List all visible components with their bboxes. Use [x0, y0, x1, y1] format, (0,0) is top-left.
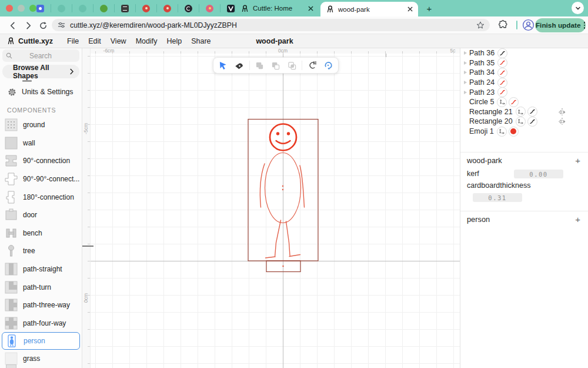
tab-wood-park[interactable]: wood-park — [320, 2, 418, 16]
minimize-window-button[interactable] — [18, 5, 25, 12]
layer-name[interactable]: Path 24 — [469, 78, 495, 87]
component-item-ground[interactable]: ground — [0, 116, 82, 134]
layer-row-rectangle-21[interactable]: Rectangle 21 — [460, 107, 588, 117]
pinned-tab-icon[interactable] — [163, 5, 171, 12]
mirror-modifier-icon[interactable] — [558, 108, 566, 116]
layer-name[interactable]: Circle 5 — [469, 98, 494, 106]
disclosure-triangle-icon[interactable] — [464, 81, 467, 84]
select-tool-button[interactable] — [217, 59, 230, 72]
reload-button[interactable] — [38, 20, 48, 31]
close-tab-icon[interactable] — [407, 6, 413, 12]
component-item-door[interactable]: door — [0, 206, 82, 224]
tab-search-chevron-button[interactable] — [572, 2, 584, 14]
document-title[interactable]: wood-park — [256, 37, 293, 45]
component-item-path-four-way[interactable]: path-four-way — [0, 314, 82, 333]
boolean-union-button[interactable] — [253, 59, 266, 72]
add-parameter-button[interactable]: + — [575, 156, 580, 165]
transform-button[interactable] — [516, 107, 526, 117]
layer-name[interactable]: Path 36 — [469, 49, 495, 57]
layer-name[interactable]: Path 35 — [469, 59, 495, 67]
pinned-tab-icon[interactable] — [100, 5, 108, 12]
fill-color-button[interactable] — [509, 127, 519, 137]
left-leg-path[interactable] — [266, 220, 281, 258]
param-label[interactable]: kerf — [467, 170, 479, 178]
body-ellipse-shape[interactable] — [265, 153, 301, 223]
close-tab-icon[interactable] — [308, 6, 313, 11]
pinned-tab-video-icon[interactable] — [227, 5, 235, 12]
layer-row-emoji-1[interactable]: Emoji 1 — [460, 127, 588, 137]
pinned-tab-icon[interactable] — [185, 5, 192, 12]
layer-row-path-35[interactable]: Path 35 — [460, 58, 588, 68]
layer-row-path-36[interactable]: Path 36 — [460, 48, 588, 58]
profile-avatar-button[interactable] — [522, 19, 534, 31]
component-item-path-three-way[interactable]: path-three-way — [0, 296, 82, 314]
forward-button[interactable] — [23, 20, 34, 31]
component-item-path-straight[interactable]: path-straight — [0, 260, 82, 279]
right-leg-path[interactable] — [286, 221, 300, 257]
mirror-modifier-icon[interactable] — [558, 117, 566, 125]
browse-all-shapes-button[interactable]: Browse All Shapes — [2, 65, 79, 78]
disclosure-triangle-icon[interactable] — [464, 91, 467, 94]
stroke-style-button[interactable] — [497, 48, 507, 58]
layer-row-path-23[interactable]: Path 23 — [460, 87, 588, 97]
pinned-tab-icon[interactable] — [206, 5, 213, 12]
rotate-copies-button[interactable] — [322, 59, 335, 72]
url-text[interactable]: cuttle.xyz/@keremdiren/wood-park-ML0DJyy… — [70, 21, 476, 29]
anchor-dot[interactable] — [282, 185, 284, 187]
anchor-dot[interactable] — [282, 266, 284, 267]
close-window-button[interactable] — [6, 5, 13, 12]
left-arm-path[interactable] — [260, 164, 265, 207]
cardboardthickness-value-input[interactable]: 0.31 — [473, 193, 522, 202]
smiley-mouth[interactable] — [276, 141, 290, 144]
pinned-tab-icon[interactable] — [58, 5, 65, 12]
boolean-intersect-button[interactable] — [286, 59, 299, 72]
layer-name[interactable]: Rectangle 20 — [469, 117, 513, 125]
person-drawing[interactable] — [91, 48, 460, 368]
component-item-180-connection[interactable]: 180°-connection — [0, 188, 82, 206]
menu-view[interactable]: View — [106, 37, 131, 45]
transform-button[interactable] — [497, 127, 507, 137]
stroke-style-button[interactable] — [497, 58, 507, 68]
bookmark-star-icon[interactable] — [476, 21, 485, 29]
component-item-90-connection[interactable]: 90°-connection — [0, 152, 82, 170]
disclosure-triangle-icon[interactable] — [464, 61, 467, 65]
kerf-value-input[interactable]: 0.00 — [514, 170, 563, 178]
stroke-style-button[interactable] — [497, 78, 507, 88]
pinned-tab-profile-icon[interactable] — [36, 5, 44, 12]
boolean-subtract-button[interactable] — [269, 59, 282, 72]
layer-row-rectangle-20[interactable]: Rectangle 20 — [460, 117, 588, 127]
finish-update-button[interactable]: Finish update — [535, 18, 586, 32]
component-title[interactable]: person — [467, 215, 490, 224]
extract-component-button[interactable] — [306, 59, 319, 72]
stroke-style-button[interactable] — [497, 87, 507, 97]
transform-button[interactable] — [516, 117, 526, 127]
layer-row-circle-5[interactable]: Circle 5 — [460, 97, 588, 107]
component-item-tree[interactable]: tree — [0, 242, 82, 260]
disclosure-triangle-icon[interactable] — [464, 71, 467, 74]
pen-tool-button[interactable] — [233, 59, 246, 72]
menu-help[interactable]: Help — [162, 37, 186, 45]
stroke-style-button[interactable] — [509, 97, 519, 107]
component-item-path-turn[interactable]: path-turn — [0, 278, 82, 296]
stroke-style-button[interactable] — [497, 68, 507, 78]
search-input[interactable]: Search — [2, 49, 79, 62]
pinned-tab-icon[interactable] — [79, 5, 86, 12]
stroke-style-button[interactable] — [527, 117, 537, 127]
new-tab-button[interactable]: + — [423, 2, 435, 14]
smiley-left-eye[interactable] — [276, 132, 279, 135]
smiley-right-eye[interactable] — [287, 132, 290, 135]
address-bar[interactable]: cuttle.xyz/@keremdiren/wood-park-ML0DJyy… — [52, 19, 490, 31]
component-item-wall[interactable]: wall — [0, 134, 82, 152]
layer-row-path-24[interactable]: Path 24 — [460, 78, 588, 88]
add-parameter-button[interactable]: + — [575, 215, 580, 224]
menu-edit[interactable]: Edit — [83, 37, 106, 45]
pinned-tab-icon[interactable] — [142, 5, 150, 12]
site-info-icon[interactable] — [58, 21, 65, 29]
tab-cuttle-home[interactable]: Cuttle: Home — [235, 0, 319, 16]
layer-name[interactable]: Emoji 1 — [469, 127, 494, 135]
design-canvas[interactable]: -6cm 0cm 5c — [91, 48, 460, 368]
project-title[interactable]: wood-park — [467, 156, 502, 165]
back-button[interactable] — [7, 20, 18, 31]
layer-row-path-34[interactable]: Path 34 — [460, 68, 588, 78]
layer-name[interactable]: Rectangle 21 — [469, 108, 513, 116]
